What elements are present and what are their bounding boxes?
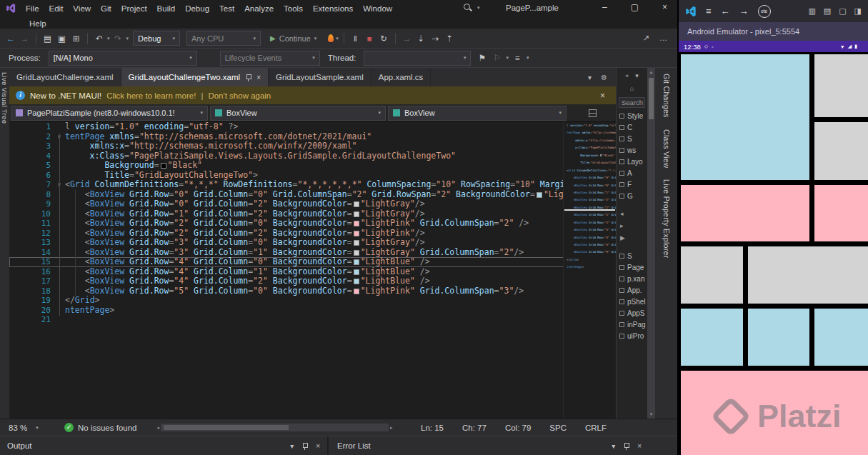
scroll-right-icon[interactable]: ▸ xyxy=(620,222,644,229)
side-panel-item[interactable]: C xyxy=(617,121,647,133)
error-list-panel-header[interactable]: Error List ▾ × xyxy=(329,436,677,455)
side-panel-item[interactable]: F xyxy=(617,179,647,190)
close-button[interactable]: × xyxy=(662,2,667,12)
split-columns-icon[interactable]: ▥ xyxy=(808,6,815,16)
side-panel-file-item[interactable]: pShel xyxy=(617,296,647,307)
menu-item-file[interactable]: File xyxy=(21,3,44,14)
breakpoint-margin[interactable] xyxy=(9,199,35,209)
document-tab[interactable]: GridLayoutChallenge.xaml xyxy=(9,68,121,86)
scrollbar-thumb[interactable] xyxy=(164,425,289,430)
hot-reload-icon[interactable] xyxy=(328,34,334,42)
breakpoint-margin[interactable] xyxy=(9,171,35,181)
code-line-4[interactable]: 4x:Class="PagePlatziSample.Views.Layouts… xyxy=(9,151,616,161)
document-tab[interactable]: App.xaml.cs xyxy=(371,68,431,86)
member-dropdown[interactable]: BoxView ▾ xyxy=(388,106,567,121)
menu-item-view[interactable]: View xyxy=(68,3,96,14)
menu-item-test[interactable]: Test xyxy=(214,3,239,14)
code-line-17[interactable]: 17<BoxView Grid.Row="4" Grid.Column="2" … xyxy=(9,276,616,286)
breakpoint-margin[interactable] xyxy=(9,248,35,258)
new-file-icon[interactable]: ▤ xyxy=(41,34,54,44)
vertical-scrollbar[interactable]: ▲ ▼ xyxy=(647,68,655,419)
document-tab[interactable]: GridLayoutSample.xaml xyxy=(269,68,371,86)
navigate-back-icon[interactable]: ← xyxy=(4,34,16,43)
process-dropdown[interactable]: [N/A] Mono ▾ xyxy=(49,51,197,66)
minimap[interactable]: l version="1.0" encoding="utf-8" ?>tentP… xyxy=(563,122,616,419)
stop-debugging-icon[interactable]: ■ xyxy=(364,34,376,43)
scroll-right-icon[interactable]: ▸ xyxy=(390,425,393,431)
chevron-down-icon[interactable]: ▾ xyxy=(506,55,509,61)
breakpoint-margin[interactable] xyxy=(9,132,35,142)
pin-icon[interactable] xyxy=(623,442,629,450)
code-line-1[interactable]: 1l version="1.0" encoding="utf-8" ?> xyxy=(9,122,616,132)
pin-icon[interactable] xyxy=(245,74,251,81)
code-line-6[interactable]: 6Title="GridLayoutChallengeTwo"> xyxy=(9,171,616,181)
redo-caret-icon[interactable]: ▾ xyxy=(126,36,129,41)
close-tab-icon[interactable]: × xyxy=(256,74,261,81)
menu-item-extensions[interactable]: Extensions xyxy=(308,3,358,14)
side-panel-file-item[interactable]: S xyxy=(617,250,647,261)
project-dropdown[interactable]: PagePlatziSample (net8.0-windows10.0.1! … xyxy=(11,106,208,121)
menu-item-analyze[interactable]: Analyze xyxy=(239,3,279,14)
spaces-indicator[interactable]: SPC xyxy=(540,424,576,432)
toggle-panel-icon[interactable]: ◨ xyxy=(854,6,862,16)
scroll-down-icon[interactable]: ▼ xyxy=(647,412,655,416)
code-line-5[interactable]: 5Background="Black" xyxy=(9,161,616,171)
tool-tab-git-changes[interactable]: Git Changes xyxy=(662,74,671,118)
stack-frames-icon[interactable]: ≡ xyxy=(512,54,524,62)
breakpoint-margin[interactable] xyxy=(9,296,35,306)
tool-tab-live-property-explorer[interactable]: Live Property Explorer xyxy=(662,179,671,258)
tool-tab-live-visual-tree[interactable]: Live Visual Tree xyxy=(1,72,9,124)
thread-dropdown[interactable]: ▾ xyxy=(364,51,471,66)
breakpoint-margin[interactable] xyxy=(9,257,35,267)
back-icon[interactable]: ← xyxy=(721,6,730,16)
character-indicator[interactable]: Ch: 77 xyxy=(453,424,496,432)
side-panel-item[interactable]: S xyxy=(617,133,647,144)
code-line-19[interactable]: 19</Grid> xyxy=(9,296,616,306)
undo-icon[interactable]: ↶ xyxy=(93,34,105,44)
side-panel-item[interactable]: Style xyxy=(617,110,647,121)
menu-item-help[interactable]: Help xyxy=(24,18,51,29)
show-next-statement-icon[interactable]: → xyxy=(401,34,413,43)
breakpoint-margin[interactable] xyxy=(9,122,35,132)
restart-icon[interactable]: ↻ xyxy=(378,34,390,44)
search-box[interactable]: ▾ xyxy=(463,3,480,12)
gear-icon[interactable]: ⚙ xyxy=(601,74,607,81)
side-panel-file-item[interactable]: inPag xyxy=(617,319,647,330)
lifecycle-events-dropdown[interactable]: Lifecycle Events ▾ xyxy=(220,51,320,66)
split-rows-icon[interactable]: ▤ xyxy=(824,6,831,16)
forward-icon[interactable]: → xyxy=(739,6,749,16)
profile-badge[interactable]: ote xyxy=(758,5,771,18)
hot-reload-caret-icon[interactable]: ▾ xyxy=(336,36,339,41)
code-line-21[interactable]: 21 xyxy=(9,315,616,325)
zoom-dropdown[interactable]: 83 % ▾ xyxy=(4,424,54,432)
window-layout-icon[interactable]: ▢ xyxy=(839,6,846,16)
undo-caret-icon[interactable]: ▾ xyxy=(107,36,110,41)
breakpoint-margin[interactable] xyxy=(9,219,35,229)
save-all-icon[interactable]: ⊞ xyxy=(70,34,82,44)
close-panel-icon[interactable]: × xyxy=(316,442,320,450)
panel-dropdown-icon[interactable]: ▾ xyxy=(290,442,294,450)
solution-platform-dropdown[interactable]: Any CPU ▾ xyxy=(186,31,261,46)
side-panel-item[interactable]: Layo xyxy=(617,156,647,167)
chevron-down-icon[interactable]: ▾ xyxy=(527,55,529,61)
step-over-icon[interactable]: ⇢ xyxy=(429,34,442,44)
code-line-15[interactable]: 15<BoxView Grid.Row="4" Grid.Column="0" … xyxy=(9,257,616,267)
scrollbar-thumb[interactable] xyxy=(649,78,654,119)
emulator-screen[interactable]: 12:38 ◇ ▫ ▼ ◢ ▮ Platzi xyxy=(679,41,868,455)
column-indicator[interactable]: Col: 79 xyxy=(496,424,540,432)
learn-more-link[interactable]: Click here to learn more! xyxy=(106,91,196,100)
scroll-up-icon[interactable]: ▲ xyxy=(647,70,655,74)
home-icon[interactable]: ⌂ xyxy=(630,85,634,92)
menu-item-build[interactable]: Build xyxy=(152,3,181,14)
type-dropdown[interactable]: BoxView ▾ xyxy=(210,106,386,121)
dont-show-again-link[interactable]: Don't show again xyxy=(208,91,271,100)
panel-menu-icon[interactable]: ▾ xyxy=(635,72,639,79)
code-line-9[interactable]: 9<BoxView Grid.Row="0" Grid.Column="2" B… xyxy=(9,199,616,209)
document-tab[interactable]: GridLayoutChallengeTwo.xaml× xyxy=(121,68,269,86)
toolbar-overflow-icon[interactable]: … xyxy=(659,34,667,43)
code-line-12[interactable]: 12<BoxView Grid.Row="2" Grid.Column="2" … xyxy=(9,229,616,239)
scroll-left-icon[interactable]: ◂ xyxy=(156,425,159,431)
menu-item-tools[interactable]: Tools xyxy=(279,3,308,14)
breakpoint-margin[interactable] xyxy=(9,286,35,296)
breakpoint-margin[interactable] xyxy=(9,161,35,171)
